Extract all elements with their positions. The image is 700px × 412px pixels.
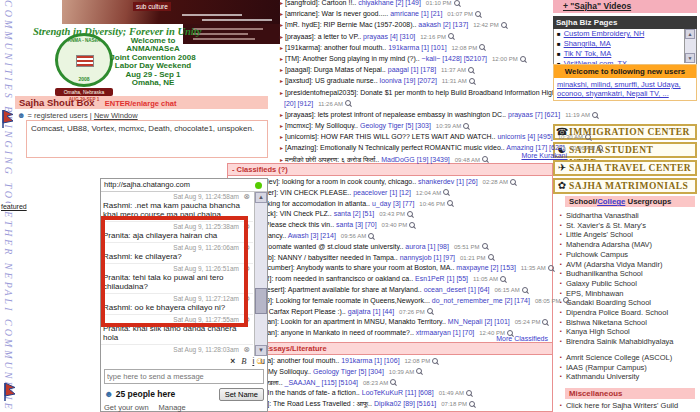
misc-item[interactable]: ▪Click here for Sajha Writers' Guild [560,401,700,410]
magnifier-icon[interactable] [488,254,495,261]
magnifier-icon[interactable] [585,134,592,141]
college-link[interactable]: College [597,197,625,206]
usergroup-item[interactable]: ▪Birendra Sainik Mahabidhyalaya [560,337,700,347]
biz-list-item[interactable]: ■Tik N' Tok, MA [554,49,696,59]
thread-title[interactable]: [mcmxc]: My Soliloquy.. [285,122,358,129]
chat-footer-link[interactable]: Get your own [104,403,149,412]
magnifier-icon[interactable] [542,319,549,326]
last-poster-link[interactable]: amricane [390,10,419,17]
magnifier-icon[interactable] [510,179,517,186]
magnifier-icon[interactable] [463,123,470,130]
chat-url-bar[interactable]: http://sajha.chatango.com [101,179,267,192]
usergroup-item[interactable]: ▪Pulchowk Campus [560,250,700,260]
chat-message-input[interactable] [104,369,264,384]
magnifier-icon[interactable] [448,33,455,40]
last-poster-link[interactable]: peacelover [353,189,387,196]
scroll-down-icon[interactable]: ▼ [685,53,695,63]
magnifier-icon[interactable] [522,287,529,294]
last-poster-link[interactable]: paagal [388,66,409,73]
thread-title[interactable]: [sangfroid]: Cartoon !!.. [285,0,356,6]
magnifier-icon[interactable] [427,308,434,315]
scroll-up-icon[interactable]: ▲ [685,29,695,39]
center-link[interactable]: ✈SAJHA TRAVEL CENTER [553,160,697,176]
scrollbar-thumb[interactable] [255,288,267,314]
sajha-videos-link[interactable]: + "Sajha" Videos [553,0,697,13]
magnifier-icon[interactable] [597,145,604,152]
biz-list-item[interactable]: ■Custom Embroidery, NH [554,29,696,39]
last-poster-link[interactable]: gaijatra [348,308,371,315]
last-poster-link[interactable]: Dipika02 [374,400,401,407]
new-user-links[interactable]: minakshi, milind, smurffi, Just Udaya, o… [554,78,696,100]
usergroup-item[interactable]: ▪Amrit Science College (ASCOL) [560,353,700,363]
last-poster-link[interactable]: ocean_desert [424,286,466,293]
usergroup-item[interactable]: ▪Bishwa Niketana School [560,318,700,328]
last-poster-link[interactable]: Geology Tiger [360,122,404,129]
close-message-icon[interactable]: ⊗ [243,244,250,252]
usergroup-item[interactable]: ▪Budhanilkantha School [560,269,700,279]
last-poster-link[interactable]: Amazing [506,144,533,151]
magnifier-icon[interactable] [345,100,352,107]
last-poster-link[interactable]: aurora [405,243,425,250]
thread-title[interactable]: [amricane]: War Is never good..... [285,10,388,17]
usergroup-item[interactable]: ▪Galaxy Public School [560,279,700,289]
thread-title[interactable]: [xtrmaaryan]: Lookin for an apartment in… [238,318,446,325]
thread-title[interactable]: [TM]: Another Song playing in my mind (?… [285,55,420,62]
close-message-icon[interactable]: ⊗ [243,295,250,303]
close-message-icon[interactable]: ⊗ [243,265,250,273]
thread-title[interactable]: [unicornis]: HOW FAR THIS WILL GO?? LETS… [285,133,495,140]
magnifier-icon[interactable] [482,243,489,250]
usergroup-item[interactable]: ▪Dipendra Police Board. School [560,308,700,318]
magnifier-icon[interactable] [500,276,507,283]
magnifier-icon[interactable] [368,233,375,240]
usergroup-item[interactable]: ▪Siddhartha Vanasthali [560,211,700,221]
magnifier-icon[interactable] [416,368,423,375]
close-message-icon[interactable]: ⊗ [243,316,250,324]
last-poster-link[interactable]: LooTeKuKuR [362,389,403,396]
more-kurakani-link[interactable]: More Kurakani [280,152,567,159]
last-poster-link[interactable]: 191karma [341,357,372,364]
last-poster-link[interactable]: Esn1PeR [415,275,445,282]
last-poster-link[interactable]: MN_Nepali [448,318,483,325]
usergroup-item[interactable]: ▪AVM (Adarsha Vidya Mandir) [560,260,700,270]
usergroup-item[interactable]: ▪IAAS (Rampur Campus) [560,363,700,373]
last-poster-link[interactable]: xtrmaaryan [416,329,451,336]
usergroup-item[interactable]: ▪Kathmandu University [560,372,700,382]
magnifier-icon[interactable] [520,56,527,63]
emoticon-icon[interactable]: ☺ [255,355,265,366]
close-message-icon[interactable]: ⊗ [243,193,250,201]
magnifier-icon[interactable] [469,78,476,85]
thread-title[interactable]: [prayaas]: a letter to VP.. [285,33,361,40]
close-message-icon[interactable]: ⊗ [243,223,250,231]
last-poster-link[interactable]: ~kali~ [422,55,441,62]
usergroup-item[interactable]: ▪St. Xavier's & St. Mary's [560,221,700,231]
last-poster-link[interactable]: chiyakhane [358,0,393,6]
more-classifieds-link[interactable]: More Classifieds [496,335,548,342]
last-poster-link[interactable]: nannysjob [400,254,432,261]
biz-list-item[interactable]: ■Shangrila, MA [554,39,696,49]
magnifier-icon[interactable] [432,358,439,365]
last-poster-link[interactable]: santa [334,210,351,217]
last-poster-link[interactable]: prayaas [363,33,388,40]
magnifier-icon[interactable] [501,22,508,29]
chat-scrollbar[interactable]: ▲ ▼ [254,192,267,356]
close-message-icon[interactable]: ⊗ [243,346,250,354]
usergroup-item[interactable]: ▪Little Angels' School [560,230,700,240]
magnifier-icon[interactable] [468,67,475,74]
magnifier-icon[interactable] [454,0,461,7]
thread-title[interactable]: [paagal]: Durga Matas of Nepal.. [285,66,386,73]
magnifier-icon[interactable] [469,401,476,408]
last-poster-link[interactable]: _SAAJAN_ [285,379,320,386]
last-poster-link[interactable]: aakash [418,21,441,28]
magnifier-icon[interactable] [443,189,450,196]
thread-title[interactable]: [jaxstud]: US graduate nurse.. [285,77,378,84]
featured-link[interactable]: featured [0,203,28,210]
last-poster-link[interactable]: do_not_remember_me [432,297,503,304]
new-window-link[interactable]: New Window [94,111,138,120]
magnifier-icon[interactable] [447,200,454,207]
usergroup-item[interactable]: ▪Kanya High School [560,327,700,337]
last-poster-link[interactable]: Geology Tiger [313,368,357,375]
center-link[interactable]: ✿SAJHA MATRIMONIALS [553,178,697,194]
last-poster-link[interactable]: prayaas [508,111,533,118]
last-poster-link[interactable]: shankerdev [418,178,454,185]
magnifier-icon[interactable] [548,265,555,272]
